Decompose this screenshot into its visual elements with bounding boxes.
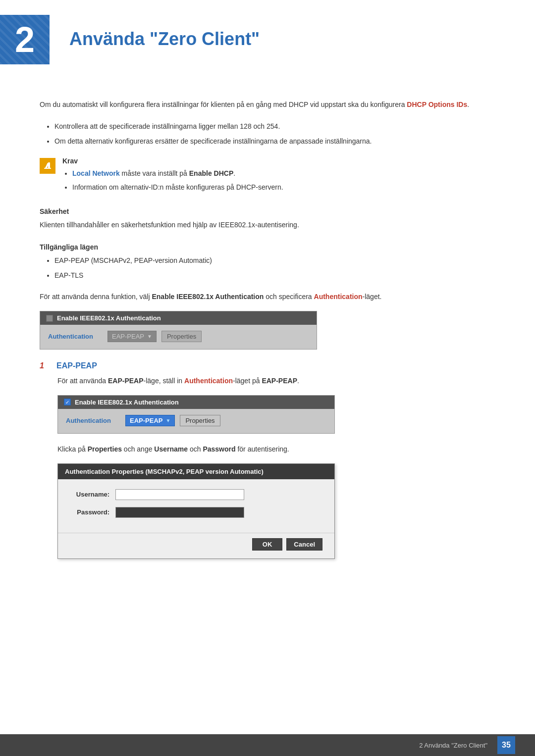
intro-paragraph: Om du automatiskt vill konfigurera flera… (40, 99, 495, 111)
modes-heading: Tillgängliga lägen (40, 243, 495, 251)
props-suffix: för autentisering. (236, 445, 289, 453)
panel2-properties-btn[interactable]: Properties (180, 415, 220, 426)
intro-bullet-list: Kontrollera att de specificerade inställ… (54, 121, 495, 148)
security-heading: Säkerhet (40, 207, 495, 215)
ui-panel-2-header: ✓ Enable IEEE802.1x Authentication (58, 396, 334, 409)
page-footer: 2 Använda "Zero Client" 35 (0, 734, 535, 756)
step1-bold1: EAP-PEAP (108, 377, 144, 385)
note-content: Krav Local Network måste vara inställt p… (62, 157, 495, 196)
note-local-network: Local Network (72, 169, 120, 177)
panel1-label: Authentication (48, 333, 103, 340)
panel1-properties-btn[interactable]: Properties (161, 331, 202, 342)
auth-dialog-header: Authentication Properties (MSCHAPv2, PEA… (58, 464, 334, 479)
checkbox-checked-2[interactable]: ✓ (64, 399, 71, 405)
chapter-title: Använda "Zero Client" (50, 15, 260, 50)
props-middle: och ange (122, 445, 154, 453)
main-content: Om du automatiskt vill konfigurera flera… (0, 79, 535, 608)
authentication-bold-red: Authentication (314, 293, 363, 301)
dropdown-arrow-2: ▼ (165, 418, 170, 423)
step1-desc-suffix2: -läget på (233, 377, 262, 385)
mode-bullet-2: EAP-TLS (54, 270, 495, 282)
auth-dialog-body: Username: Password: (58, 479, 334, 533)
password-input[interactable] (115, 507, 244, 518)
pencil-icon (43, 161, 53, 171)
step-number-1: 1 (40, 361, 50, 370)
intro-bullet-1: Kontrollera att de specificerade inställ… (54, 121, 495, 133)
step-1-title: EAP-PEAP (56, 361, 97, 370)
step1-desc-end: . (297, 377, 299, 385)
usage-text: För att använda denna funktion, välj Ena… (40, 291, 495, 303)
auth-dialog-footer: OK Cancel (58, 533, 334, 558)
username-input[interactable] (115, 489, 244, 500)
step1-desc-middle: -läge, ställ in (144, 377, 184, 385)
panel2-dropdown-text: EAP-PEAP (130, 417, 162, 424)
step1-desc: För att använda EAP-PEAP-läge, ställ in … (57, 375, 495, 387)
footer-text: 2 Använda "Zero Client" (419, 742, 487, 749)
note-box: Krav Local Network måste vara inställt p… (40, 157, 495, 196)
props-middle2: och (188, 445, 203, 453)
chapter-header: 2 Använda "Zero Client" (0, 0, 535, 79)
panel1-dropdown[interactable]: EAP-PEAP ▼ (107, 331, 157, 342)
panel1-dropdown-text: EAP-PEAP (112, 333, 144, 340)
usage-prefix: För att använda denna funktion, välj (40, 293, 152, 301)
intro-text-before: Om du automatiskt vill konfigurera flera… (40, 101, 407, 108)
intro-text-end: . (467, 101, 469, 108)
intro-bullet-2: Om detta alternativ konfigureras ersätte… (54, 136, 495, 148)
usage-suffix: -läget. (363, 293, 382, 301)
checkbox-unchecked-1[interactable] (46, 315, 53, 322)
props-bold1: Properties (88, 445, 122, 453)
ui-panel-2-body: Authentication EAP-PEAP ▼ Properties (58, 409, 334, 433)
note-enable-dhcp: Enable DHCP (189, 169, 233, 177)
enable-ieee-bold: Enable IEEE802.1x Authentication (152, 293, 264, 301)
properties-text: Klicka på Properties och ange Username o… (57, 444, 495, 455)
note-bullet-2: Information om alternativ-ID:n måste kon… (72, 182, 495, 194)
dhcp-link[interactable]: DHCP Options IDs (407, 101, 467, 108)
ui-panel-2-title: Enable IEEE802.1x Authentication (75, 399, 179, 406)
step-1-header: 1 EAP-PEAP (40, 361, 495, 370)
props-bold3: Password (203, 445, 235, 453)
ui-panel-2: ✓ Enable IEEE802.1x Authentication Authe… (57, 395, 335, 434)
step1-desc-prefix: För att använda (57, 377, 108, 385)
panel2-label: Authentication (66, 417, 120, 424)
security-text: Klienten tillhandahåller en säkerhetsfun… (40, 219, 495, 231)
note-bullet-1-middle: måste vara inställt på (122, 169, 189, 177)
chapter-number: 2 (15, 22, 35, 57)
props-bold2: Username (154, 445, 188, 453)
note-bullet-list: Local Network måste vara inställt på Ena… (72, 168, 495, 194)
password-row: Password: (70, 507, 322, 518)
step1-bold2: Authentication (184, 377, 233, 385)
username-label: Username: (70, 491, 109, 498)
cancel-button[interactable]: Cancel (286, 538, 322, 551)
note-bullet-1: Local Network måste vara inställt på Ena… (72, 168, 495, 180)
ui-panel-1-body: Authentication EAP-PEAP ▼ Properties (40, 325, 317, 349)
step1-bold3: EAP-PEAP (262, 377, 297, 385)
ui-panel-1-title: Enable IEEE802.1x Authentication (57, 314, 161, 322)
chapter-number-box: 2 (0, 15, 50, 64)
auth-dialog: Authentication Properties (MSCHAPv2, PEA… (57, 463, 335, 559)
note-title: Krav (62, 157, 495, 165)
password-label: Password: (70, 508, 109, 516)
ok-button[interactable]: OK (252, 538, 283, 551)
ui-panel-1: Enable IEEE802.1x Authentication Authent… (40, 311, 317, 350)
username-row: Username: (70, 489, 322, 500)
note-icon (40, 158, 55, 174)
ui-panel-1-header: Enable IEEE802.1x Authentication (40, 311, 317, 325)
mode-bullet-1: EAP-PEAP (MSCHAPv2, PEAP-version Automat… (54, 255, 495, 267)
dropdown-arrow-1: ▼ (147, 334, 152, 339)
footer-page-number: 35 (497, 736, 515, 754)
step-1-content: För att använda EAP-PEAP-läge, ställ in … (40, 375, 495, 559)
usage-middle: och specificera (264, 293, 314, 301)
panel2-dropdown[interactable]: EAP-PEAP ▼ (125, 415, 175, 426)
props-prefix: Klicka på (57, 445, 88, 453)
modes-bullet-list: EAP-PEAP (MSCHAPv2, PEAP-version Automat… (54, 255, 495, 282)
